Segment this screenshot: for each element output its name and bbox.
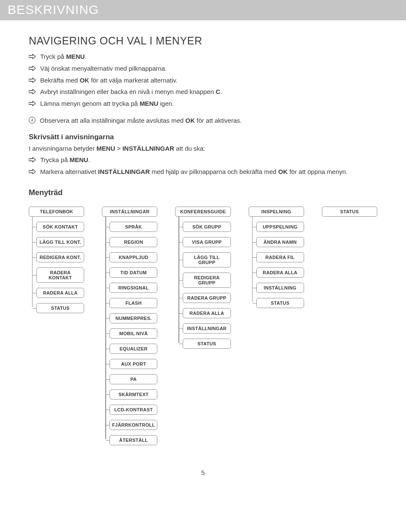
- arrow-right-icon: [29, 169, 36, 174]
- arrow-right-icon: [29, 77, 36, 83]
- step-text: Tryck på MENU.: [40, 52, 86, 61]
- arrow-right-icon: [29, 89, 36, 94]
- menu-tree-top-node: KONFERENSGUIDE: [175, 207, 230, 217]
- menu-tree-children: UPPSPELNINGÄNDRA NAMNRADERA FILRADERA AL…: [249, 222, 304, 308]
- step-text: Lämna menyn genom att trycka på MENU ige…: [40, 99, 174, 108]
- menu-tree-child-node: PA: [110, 374, 157, 384]
- menu-tree-child-node: RADERA ALLA: [36, 288, 84, 298]
- menu-tree-heading: Menyträd: [29, 188, 377, 197]
- menu-tree-child-node: MOBIL NIVÅ: [110, 328, 157, 339]
- menu-tree-child-node: RADERA KONTAKT: [36, 267, 84, 283]
- step-text: Trycka på MENU.: [40, 155, 90, 165]
- menu-tree-column: INSTÄLLNINGARSPRÅKREGIONKNAPPLJUDTID DAT…: [102, 207, 157, 450]
- menu-tree-child-node: RADERA GRUPP: [183, 293, 230, 303]
- menu-tree-column: KONFERENSGUIDESÖK GRUPPVISA GRUPPLÄGG TI…: [175, 207, 230, 354]
- menu-tree-child-node: LÄGG TILL KONT.: [36, 237, 84, 247]
- page-header-title: BESKRIVNING: [8, 3, 398, 17]
- menu-tree-column: TELEFONBOKSÖK KONTAKTLÄGG TILL KONT.REDI…: [29, 207, 84, 318]
- menu-tree-child-node: LCD-KONTRAST: [110, 405, 157, 415]
- menu-tree-children: SPRÅKREGIONKNAPPLJUDTID DATUMRINGSIGNALF…: [102, 222, 157, 445]
- menu-tree-child-node: AUX PORT: [110, 359, 157, 369]
- menu-tree-child-node: RINGSIGNAL: [110, 283, 157, 293]
- menu-tree-children: SÖK GRUPPVISA GRUPPLÄGG TILL GRUPPREDIGE…: [175, 222, 230, 349]
- info-note: i Observera att alla inställningar måste…: [29, 116, 377, 125]
- subsection-steps-list: Trycka på MENU.Markera alternativet INST…: [29, 155, 377, 176]
- step-item: Markera alternativet INSTÄLLNINGAR med h…: [29, 167, 377, 176]
- menu-tree-column: STATUS: [322, 207, 377, 222]
- arrow-right-icon: [29, 54, 36, 59]
- menu-tree-children: SÖK KONTAKTLÄGG TILL KONT.REDIGERA KONT.…: [29, 222, 84, 313]
- step-text: Bekräfta med OK för att välja markerat a…: [40, 76, 178, 85]
- menu-tree-child-node: SKÄRMTEXT: [110, 389, 157, 400]
- step-item: Lämna menyn genom att trycka på MENU ige…: [29, 99, 377, 108]
- arrow-right-icon: [29, 101, 36, 106]
- menu-tree-child-node: FJÄRRKONTROLL: [110, 420, 157, 430]
- menu-tree-child-node: REDIGERA GRUPP: [183, 273, 230, 288]
- step-item: Trycka på MENU.: [29, 155, 377, 165]
- menu-tree-child-node: STATUS: [256, 298, 304, 308]
- menu-tree-top-node: INSPELNING: [249, 207, 304, 217]
- step-item: Avbryt inställningen eller backa en nivå…: [29, 87, 377, 96]
- menu-tree-child-node: RADERA FIL: [256, 252, 304, 262]
- info-icon: i: [29, 117, 36, 124]
- menu-tree-child-node: FLASH: [110, 298, 157, 308]
- step-item: Bekräfta med OK för att välja markerat a…: [29, 76, 377, 85]
- navigation-steps-list: Tryck på MENU.Väj önskat menyalternativ …: [29, 52, 377, 108]
- step-item: Väj önskat menyalternativ med pilknappar…: [29, 64, 377, 73]
- menu-tree: TELEFONBOKSÖK KONTAKTLÄGG TILL KONT.REDI…: [29, 207, 377, 450]
- menu-tree-top-node: STATUS: [322, 207, 377, 217]
- menu-tree-child-node: SPRÅK: [110, 222, 157, 232]
- step-text: Väj önskat menyalternativ med pilknappar…: [40, 64, 167, 73]
- page-number: 5: [29, 469, 377, 476]
- menu-tree-child-node: INSTÄLLNINGAR: [183, 323, 230, 334]
- menu-tree-child-node: INSTÄLLNING: [256, 283, 304, 293]
- menu-tree-child-node: STATUS: [183, 339, 230, 349]
- menu-tree-child-node: REDIGERA KONT.: [36, 252, 84, 262]
- step-item: Tryck på MENU.: [29, 52, 377, 61]
- menu-tree-child-node: RADERA ALLA: [256, 267, 304, 278]
- menu-tree-child-node: ÅTERSTÄLL: [110, 435, 157, 445]
- menu-tree-child-node: STATUS: [36, 303, 84, 313]
- menu-tree-child-node: ÄNDRA NAMN: [256, 237, 304, 247]
- menu-tree-child-node: SÖK KONTAKT: [36, 222, 84, 232]
- menu-tree-top-node: TELEFONBOK: [29, 207, 84, 217]
- menu-tree-child-node: SÖK GRUPP: [183, 222, 230, 232]
- page-header: BESKRIVNING: [0, 0, 406, 20]
- info-note-list: i Observera att alla inställningar måste…: [29, 116, 377, 125]
- info-note-text: Observera att alla inställningar måste a…: [40, 116, 242, 125]
- menu-tree-top-node: INSTÄLLNINGAR: [102, 207, 157, 217]
- menu-tree-child-node: TID DATUM: [110, 267, 157, 278]
- section-heading: NAVIGERING OCH VAL I MENYER: [29, 35, 377, 47]
- step-text: Markera alternativet INSTÄLLNINGAR med h…: [40, 167, 348, 176]
- step-text: Avbryt inställningen eller backa en nivå…: [40, 87, 222, 96]
- menu-tree-child-node: EQUALIZER: [110, 344, 157, 354]
- arrow-right-icon: [29, 157, 36, 163]
- menu-tree-child-node: REGION: [110, 237, 157, 247]
- menu-tree-child-node: KNAPPLJUD: [110, 252, 157, 262]
- menu-tree-child-node: VISA GRUPP: [183, 237, 230, 247]
- arrow-right-icon: [29, 66, 36, 71]
- menu-tree-child-node: NUMMERPRES.: [110, 313, 157, 323]
- subsection-heading: Skrivsätt i anvisningarna: [29, 133, 377, 141]
- menu-tree-child-node: RADERA ALLA: [183, 308, 230, 318]
- menu-tree-child-node: UPPSPELNING: [256, 222, 304, 232]
- subsection-intro-text: I anvisningarna betyder MENU > INSTÄLLNI…: [29, 144, 377, 153]
- menu-tree-column: INSPELNINGUPPSPELNINGÄNDRA NAMNRADERA FI…: [249, 207, 304, 313]
- menu-tree-child-node: LÄGG TILL GRUPP: [183, 252, 230, 267]
